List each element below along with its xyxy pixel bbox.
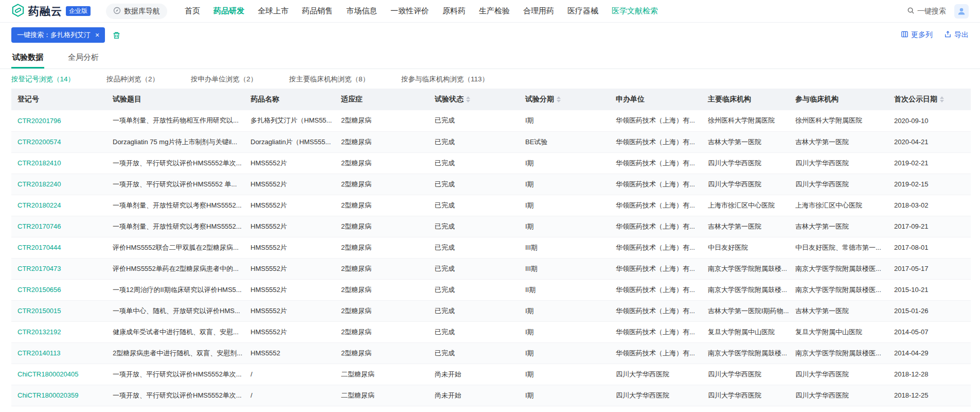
- registration-link[interactable]: CTR20200574: [11, 131, 106, 152]
- quick-search-button[interactable]: 一键搜索: [907, 7, 946, 16]
- clear-filters-button[interactable]: [112, 31, 121, 40]
- more-columns-button[interactable]: 更多列: [901, 30, 933, 40]
- export-button[interactable]: 导出: [944, 30, 969, 40]
- registration-link[interactable]: CTR20182240: [11, 174, 106, 195]
- column-header[interactable]: 药品名称: [244, 89, 335, 110]
- registration-link[interactable]: CTR20180224: [11, 195, 106, 216]
- table-cell: 华领医药技术（上海）有...: [610, 152, 702, 174]
- table-cell: 四川大学华西医院: [789, 385, 888, 406]
- table-row[interactable]: CTR20170746一项单剂量、开放性研究以考察HMS5552...HMS55…: [11, 216, 971, 237]
- browse-filter[interactable]: 按登记号浏览（14）: [11, 75, 75, 84]
- table-cell: 2型糖尿病: [335, 174, 429, 195]
- nav-item-医疗器械[interactable]: 医疗器械: [567, 6, 598, 16]
- table-row[interactable]: CTR20182410一项开放、平行研究以评价HMS5552单次...HMS55…: [11, 152, 971, 174]
- table-cell: 多扎格列艾汀片（HMS55...: [244, 110, 335, 131]
- table-cell: 华领医药技术（上海）有...: [610, 237, 702, 258]
- table-row[interactable]: CTR20201796一项单剂量、开放性药物相互作用研究以...多扎格列艾汀片（…: [11, 110, 971, 131]
- table-row[interactable]: CTR20180224一项单剂量、开放性研究以考察HMS5552...HMS55…: [11, 195, 971, 216]
- nav-item-一致性评价[interactable]: 一致性评价: [390, 6, 429, 16]
- column-header[interactable]: 申办单位: [610, 89, 702, 110]
- registration-link[interactable]: ChiCTR1800020405: [11, 364, 106, 385]
- results-table-wrap: 登记号 试验题目 药品名称 适应症 试验状态 试验分期 申办单位: [0, 89, 980, 406]
- table-cell: 评价HMS5552单药在2型糖尿病患者中的...: [106, 258, 244, 279]
- table-cell: 已完成: [429, 152, 519, 174]
- compass-icon: [113, 7, 121, 16]
- nav-item-药品销售[interactable]: 药品销售: [302, 6, 333, 16]
- column-header[interactable]: 试验题目: [106, 89, 244, 110]
- column-header[interactable]: 登记号: [11, 89, 106, 110]
- table-cell: HMS5552片: [244, 216, 335, 237]
- column-header[interactable]: 适应症: [335, 89, 429, 110]
- column-header[interactable]: 试验分期: [519, 89, 610, 110]
- nav-item-药品研发[interactable]: 药品研发: [213, 6, 244, 16]
- registration-link[interactable]: CTR20170473: [11, 258, 106, 279]
- edition-badge: 企业版: [66, 6, 91, 15]
- registration-link[interactable]: CTR20170444: [11, 237, 106, 258]
- user-avatar[interactable]: [954, 4, 969, 19]
- tab-全局分析[interactable]: 全局分析: [67, 47, 100, 68]
- table-row[interactable]: CTR20150015一项单中心、随机、开放研究以评价HMS...HMS5552…: [11, 300, 971, 321]
- table-cell: 四川大学华西医院: [789, 152, 888, 174]
- table-cell: 吉林大学第一医院: [789, 300, 888, 321]
- table-cell: 2型糖尿病: [335, 237, 429, 258]
- browse-filter[interactable]: 按申办单位浏览（2）: [191, 75, 257, 84]
- column-header[interactable]: 参与临床机构: [789, 89, 888, 110]
- table-row[interactable]: ChiCTR1800020359一项开放、平行研究以评价HMS5552单次...…: [11, 385, 971, 406]
- brand-logo-icon: [11, 4, 25, 19]
- sort-icon[interactable]: [466, 96, 470, 102]
- registration-link[interactable]: CTR20132192: [11, 321, 106, 342]
- registration-link[interactable]: CTR20201796: [11, 110, 106, 131]
- table-cell: 2型糖尿病: [335, 300, 429, 321]
- registration-link[interactable]: CTR20150656: [11, 279, 106, 300]
- column-header[interactable]: 主要临床机构: [702, 89, 789, 110]
- nav-right: 一键搜索: [907, 4, 969, 19]
- registration-link[interactable]: CTR20150015: [11, 300, 106, 321]
- table-cell: 2型糖尿病: [335, 110, 429, 131]
- nav-item-全球上市[interactable]: 全球上市: [258, 6, 289, 16]
- column-label: 药品名称: [251, 95, 279, 104]
- nav-item-医学文献检索[interactable]: 医学文献检索: [612, 6, 658, 16]
- table-row[interactable]: CTR20182240一项开放、平行研究以评价HMS5552 单...HMS55…: [11, 174, 971, 195]
- table-cell: 2020-04-21: [888, 131, 971, 152]
- column-label: 参与临床机构: [795, 95, 839, 104]
- tab-试验数据[interactable]: 试验数据: [11, 47, 44, 68]
- table-cell: 评价HMS5552联合二甲双胍在2型糖尿病...: [106, 237, 244, 258]
- column-header[interactable]: 试验状态: [429, 89, 519, 110]
- table-row[interactable]: CTR201401132型糖尿病患者中进行随机、双盲、安慰剂...HMS5552…: [11, 342, 971, 364]
- table-cell: 2017-08-01: [888, 237, 971, 258]
- table-cell: 中日友好医院: [702, 237, 789, 258]
- chip-close-icon[interactable]: ×: [95, 31, 99, 39]
- table-cell: 南京大学医学院附属鼓楼医...: [789, 342, 888, 364]
- table-cell: HMS5552片: [244, 279, 335, 300]
- nav-item-原料药[interactable]: 原料药: [442, 6, 466, 16]
- column-header[interactable]: 首次公示日期: [888, 89, 971, 110]
- table-row[interactable]: CTR20170473评价HMS5552单药在2型糖尿病患者中的...HMS55…: [11, 258, 971, 279]
- table-cell: HMS5552: [244, 342, 335, 364]
- table-row[interactable]: CTR20150656一项12周治疗的II期临床研究以评价HMS5...HMS5…: [11, 279, 971, 300]
- table-row[interactable]: CTR20132192健康成年受试者中进行随机、双盲、安慰...HMS5552片…: [11, 321, 971, 342]
- table-cell: 尚未开始: [429, 364, 519, 385]
- table-row[interactable]: CTR20200574Dorzagliatin 75 mg片待上市制剂与关键il…: [11, 131, 971, 152]
- sort-icon[interactable]: [940, 96, 944, 102]
- search-filter-chip[interactable]: 一键搜索：多扎格列艾汀 ×: [11, 27, 105, 43]
- table-row[interactable]: CTR20170444评价HMS5552联合二甲双胍在2型糖尿病...HMS55…: [11, 237, 971, 258]
- nav-item-首页[interactable]: 首页: [185, 6, 200, 16]
- nav-item-合理用药[interactable]: 合理用药: [523, 6, 554, 16]
- database-nav-button[interactable]: 数据库导航: [106, 4, 167, 19]
- nav-item-市场信息[interactable]: 市场信息: [346, 6, 377, 16]
- browse-filter[interactable]: 按参与临床机构浏览（113）: [401, 75, 489, 84]
- registration-link[interactable]: CTR20140113: [11, 342, 106, 364]
- nav-item-生产检验[interactable]: 生产检验: [479, 6, 510, 16]
- column-label: 试验状态: [435, 95, 464, 104]
- table-cell: 2014-04-29: [888, 342, 971, 364]
- browse-filter[interactable]: 按品种浏览（2）: [106, 75, 159, 84]
- table-cell: I期: [519, 300, 610, 321]
- table-cell: 一项单剂量、开放性药物相互作用研究以...: [106, 110, 244, 131]
- browse-filter[interactable]: 按主要临床机构浏览（8）: [289, 75, 369, 84]
- table-cell: 已完成: [429, 110, 519, 131]
- registration-link[interactable]: CTR20170746: [11, 216, 106, 237]
- registration-link[interactable]: CTR20182410: [11, 152, 106, 174]
- table-row[interactable]: ChiCTR1800020405一项开放、平行研究以评价HMS5552单次...…: [11, 364, 971, 385]
- sort-icon[interactable]: [557, 96, 561, 102]
- registration-link[interactable]: ChiCTR1800020359: [11, 385, 106, 406]
